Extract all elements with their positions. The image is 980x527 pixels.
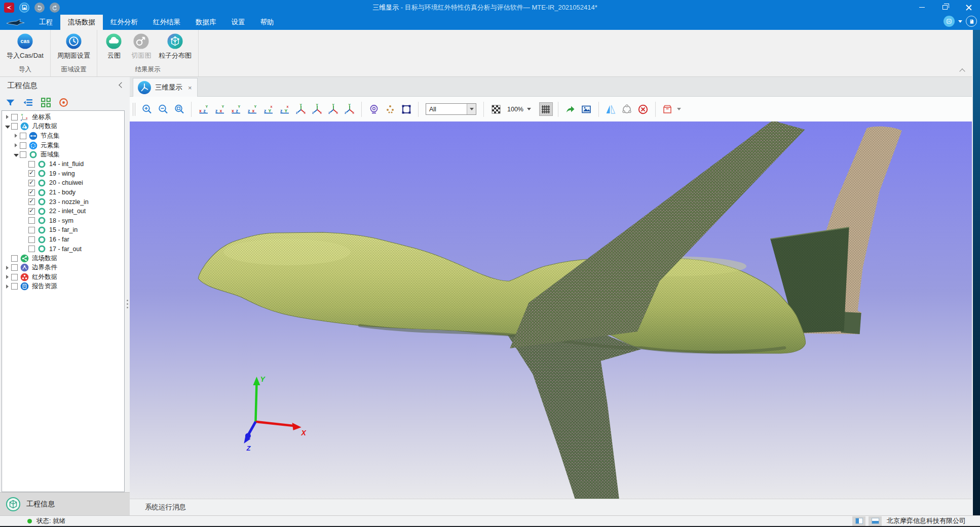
tree-checkbox[interactable] [20, 133, 26, 139]
project-panel-footer[interactable]: 工程信息 [0, 492, 130, 515]
view-zx-2-button[interactable]: zxY [245, 102, 259, 116]
view-zy-2-button[interactable]: zYx [278, 102, 291, 116]
menu-item-2[interactable]: 红外分析 [103, 15, 145, 30]
menu-item-0[interactable]: 工程 [31, 15, 60, 30]
tree-checkbox[interactable] [28, 236, 35, 243]
locate-target-icon[interactable] [58, 97, 69, 108]
chevron-down-icon[interactable] [527, 108, 531, 110]
tree-expander-icon[interactable] [4, 122, 11, 131]
display-filter-select[interactable]: All [426, 103, 476, 115]
minimize-button[interactable] [910, 0, 933, 15]
viewport-3d[interactable]: Y X Z [130, 121, 972, 499]
tree-row-4[interactable]: 面域集 [2, 150, 124, 159]
snapshot-button[interactable] [580, 102, 593, 116]
menu-item-3[interactable]: 红外结果 [145, 15, 188, 30]
filter-icon[interactable] [5, 97, 16, 108]
tree-row-8[interactable]: 21 - body [2, 188, 124, 197]
chevron-down-icon[interactable] [958, 20, 962, 23]
save-button[interactable] [19, 3, 29, 13]
panel-bottom-layout-icon[interactable] [869, 516, 882, 526]
ribbon-button-1-0[interactable]: 周期面设置 [55, 32, 93, 61]
menu-item-1[interactable]: 流场数据 [60, 15, 103, 30]
panel-collapse-button[interactable] [117, 82, 125, 90]
tree-checkbox[interactable] [11, 123, 18, 130]
tree-checkbox[interactable] [11, 283, 18, 290]
tree-row-14[interactable]: 17 - far_out [2, 244, 124, 254]
tree-row-17[interactable]: 红外数据 [2, 272, 124, 282]
menu-item-4[interactable]: 数据库 [188, 15, 224, 30]
chevron-down-icon[interactable] [677, 108, 681, 110]
zoom-in-button[interactable] [140, 102, 154, 116]
menu-item-5[interactable]: 设置 [224, 15, 253, 30]
tree-expander-icon[interactable] [13, 150, 20, 159]
tree-row-12[interactable]: 15 - far_in [2, 225, 124, 235]
mesh-grid-toggle-button[interactable] [539, 102, 553, 116]
view-iso-2-button[interactable]: Yzx [310, 102, 324, 116]
view-iso-3-button[interactable]: Yzx [326, 102, 340, 116]
panel-left-layout-icon[interactable] [852, 516, 865, 526]
combo-arrow-button[interactable] [467, 104, 476, 114]
ribbon-button-2-0[interactable]: 云图 [101, 32, 127, 61]
export-arrow-button[interactable] [563, 102, 577, 116]
tree-checkbox[interactable] [28, 208, 35, 215]
view-iso-4-button[interactable]: Yzx [343, 102, 356, 116]
tree-checkbox[interactable] [28, 161, 35, 168]
tab-close-icon[interactable]: × [188, 84, 192, 92]
checkerboard-button[interactable] [489, 102, 503, 116]
redo-button[interactable] [50, 3, 60, 13]
tree-checkbox[interactable] [28, 198, 35, 205]
panel-splitter[interactable] [125, 294, 129, 314]
grid-squares-icon[interactable] [41, 97, 51, 108]
tab-3d-view[interactable]: 三维显示 × [133, 78, 198, 97]
tree-row-5[interactable]: 14 - int_fluid [2, 159, 124, 169]
tree-checkbox[interactable] [11, 264, 18, 271]
tree-row-6[interactable]: 19 - wing [2, 169, 124, 179]
tree-row-10[interactable]: 22 - inlet_out [2, 207, 124, 216]
tree-checkbox[interactable] [28, 246, 35, 252]
tree-checkbox[interactable] [20, 142, 26, 149]
tree-row-16[interactable]: 边界条件 [2, 263, 124, 273]
ribbon-collapse-button[interactable] [959, 68, 966, 73]
maximize-button[interactable] [933, 0, 957, 15]
outline-list-icon[interactable] [23, 97, 33, 108]
tree-row-3[interactable]: 元素集 [2, 141, 124, 150]
view-xz-2-button[interactable]: xzY [229, 102, 243, 116]
undo-button[interactable] [34, 3, 45, 13]
ribbon-button-2-2[interactable]: 粒子分布图 [156, 32, 194, 61]
opacity-value[interactable]: 100% [507, 106, 523, 113]
tree-row-0[interactable]: Yzx坐标系 [2, 112, 124, 122]
tree-row-15[interactable]: 流场数据 [2, 254, 124, 263]
zoom-out-button[interactable] [156, 102, 170, 116]
tree-checkbox[interactable] [11, 114, 18, 120]
tree-row-18[interactable]: 报告资源 [2, 282, 124, 292]
tree-expander-icon[interactable] [4, 282, 11, 291]
tree-row-11[interactable]: 18 - sym [2, 216, 124, 226]
mirror-flip-button[interactable] [604, 102, 618, 116]
view-zy-button[interactable]: zYx [261, 102, 275, 116]
zoom-fit-button[interactable] [172, 102, 186, 116]
menu-item-6[interactable]: 帮助 [253, 15, 282, 30]
tree-row-1[interactable]: 几何数据 [2, 122, 124, 132]
tree-checkbox[interactable] [28, 170, 35, 177]
run-circle-icon[interactable] [944, 16, 955, 27]
ribbon-button-0-0[interactable]: cas导入Cas/Dat [4, 32, 46, 61]
tree-checkbox[interactable] [28, 217, 35, 224]
view-iso-1-button[interactable]: Yzx [294, 102, 308, 116]
tree-checkbox[interactable] [11, 255, 18, 262]
tree-row-2[interactable]: 节点集 [2, 131, 124, 141]
toolbar-drag-handle[interactable] [133, 103, 135, 116]
tree-expander-icon[interactable] [13, 141, 20, 150]
particle-scatter-button[interactable] [383, 102, 397, 116]
tree-expander-icon[interactable] [4, 272, 11, 281]
tree-expander-icon[interactable] [13, 131, 20, 140]
tree-expander-icon[interactable] [4, 112, 11, 121]
smooth-sphere-button[interactable] [620, 102, 634, 116]
view-xz-button[interactable]: xzY [197, 102, 210, 116]
select-box-button[interactable] [399, 102, 413, 116]
help-circle-icon[interactable] [966, 16, 977, 27]
ribbon-button-2-1[interactable]: 切面图 [129, 32, 154, 61]
cancel-red-button[interactable] [636, 102, 650, 116]
package-box-button[interactable] [661, 102, 674, 116]
close-button[interactable] [957, 0, 980, 15]
tree-checkbox[interactable] [28, 227, 35, 233]
